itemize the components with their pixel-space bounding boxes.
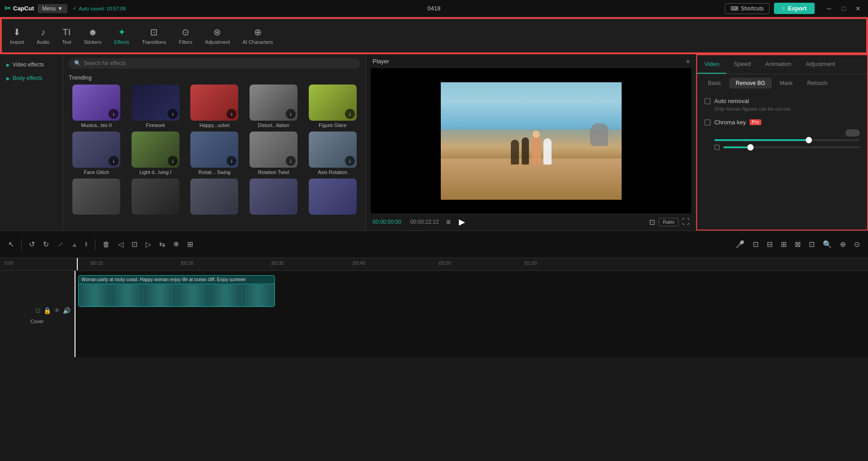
minimize-button[interactable]: ─ (824, 3, 835, 14)
tool-right-zoom_in[interactable]: ⊕ (837, 238, 849, 250)
right-sub-tab-remove_bg[interactable]: Remove BG (729, 78, 771, 89)
play-button[interactable]: ▶ (459, 217, 465, 227)
download-icon[interactable]: ↓ (345, 156, 355, 166)
tool-right-audio_link[interactable]: ⊞ (778, 238, 789, 250)
playhead[interactable] (77, 258, 78, 270)
right-sub-tab-mask[interactable]: Mask (774, 78, 799, 89)
chroma-key-checkbox[interactable] (704, 119, 711, 126)
download-icon[interactable]: ↓ (226, 156, 236, 166)
player-menu-icon[interactable]: ≡ (686, 58, 689, 65)
fullscreen-icon[interactable]: ⛶ (682, 218, 689, 226)
tool-redo[interactable]: ↻ (40, 238, 52, 250)
text-label: Text (62, 39, 71, 45)
track-lock-icon[interactable]: 🔒 (43, 307, 51, 314)
effect-item-axisrot[interactable]: ↓ Axis Rotation (305, 132, 360, 175)
tool-crop[interactable]: ⊡ (129, 238, 140, 250)
menu-button[interactable]: Menu ▼ (38, 4, 67, 13)
download-icon[interactable]: ↓ (168, 156, 178, 166)
tool-select[interactable]: ↖ (5, 238, 17, 250)
video-rotate-button[interactable]: ↻ (528, 199, 534, 200)
shortcuts-button[interactable]: ⌨ Shortcuts (725, 3, 770, 14)
toolbar-item-transitions[interactable]: ⊡Transitions (136, 23, 172, 48)
left-panel-item-video_effects[interactable]: ▶Video effects (0, 58, 63, 71)
right-tab-video[interactable]: Video (697, 55, 726, 74)
track-thumbnail-icon[interactable]: ⊡ (35, 307, 41, 314)
toolbar-item-audio[interactable]: ♪Audio (30, 24, 56, 48)
download-icon[interactable]: ↓ (286, 109, 296, 119)
effect-item-row3b[interactable] (128, 179, 184, 216)
toolbar-item-text[interactable]: TIText (56, 24, 77, 48)
right-tab-adjustment[interactable]: Adjustment (798, 55, 842, 74)
download-icon[interactable]: ↓ (108, 109, 118, 119)
download-icon[interactable]: ↓ (108, 156, 118, 166)
auto-removal-checkbox[interactable] (704, 98, 711, 104)
app-logo: ✂ CapCut (5, 4, 34, 13)
tool-mark_in[interactable]: ◁ (115, 238, 126, 250)
toolbar-item-filters[interactable]: ⊙Filters (172, 23, 198, 48)
effect-item-happy[interactable]: ↓ Happy...ucket (187, 85, 242, 128)
track-audio-icon[interactable]: 🔊 (63, 307, 71, 314)
tool-right-split_audio[interactable]: ⊠ (792, 238, 803, 250)
track-visibility-icon[interactable]: 👁 (54, 307, 60, 314)
effect-item-row3a[interactable] (69, 179, 124, 216)
effect-item-rotatiswing[interactable]: ↓ Rotati... Swing (187, 132, 242, 175)
search-input[interactable] (84, 60, 355, 66)
clip-thumb-5 (144, 285, 160, 306)
effect-item-row3e[interactable] (305, 179, 360, 216)
search-bar[interactable]: 🔍 (69, 58, 360, 69)
toolbar-item-effects[interactable]: ✦Effects (108, 23, 136, 48)
toolbar-item-ai_characters[interactable]: ⊕AI Characters (236, 23, 279, 48)
right-sub-tab-basic[interactable]: Basic (702, 78, 727, 89)
toolbar-item-adjustment[interactable]: ⊛Adjustment (198, 23, 236, 48)
tool-right-record[interactable]: ⊡ (806, 238, 817, 250)
slider-1-track[interactable] (714, 139, 860, 141)
right-tab-animation[interactable]: Animation (758, 55, 799, 74)
effect-item-faceglitch[interactable]: ↓ Face Glitch (69, 132, 124, 175)
tool-mirror[interactable]: ⇆ (156, 238, 168, 250)
tool-play_mark[interactable]: ▷ (143, 238, 154, 250)
effect-item-lightd[interactable]: ↓ Light d...lving I (128, 132, 184, 175)
close-button[interactable]: ✕ (853, 3, 863, 14)
tool-crop2[interactable]: ⊞ (184, 238, 196, 250)
download-icon[interactable]: ↓ (226, 109, 236, 119)
download-icon[interactable]: ↓ (345, 109, 355, 119)
restore-button[interactable]: □ (838, 3, 849, 14)
video-clip[interactable]: Woman party at rocky coast. Happy woman … (78, 275, 275, 307)
right-tab-speed[interactable]: Speed (726, 55, 758, 74)
export-button[interactable]: ↑ Export (774, 3, 815, 14)
tool-split[interactable]: ⟋ (54, 239, 67, 250)
tool-split3[interactable]: ⫳ (82, 239, 90, 250)
grid-view-icon[interactable]: ⊞ (446, 219, 451, 225)
ratio-button[interactable]: Ratio (659, 218, 679, 226)
tool-right-link[interactable]: ⊟ (764, 238, 775, 250)
slider-2-thumb[interactable] (747, 144, 754, 151)
menu-label: Menu (42, 5, 56, 12)
download-icon[interactable]: ↓ (168, 109, 178, 119)
tool-right-mic[interactable]: 🎤 (733, 238, 747, 250)
effect-item-row3c[interactable] (187, 179, 242, 216)
tool-right-zoom_out[interactable]: 🔍 (820, 238, 835, 250)
slider-2-fill (723, 146, 750, 148)
slider-1-thumb[interactable] (806, 137, 812, 143)
effect-item-row3d[interactable] (246, 179, 302, 216)
chroma-toggle[interactable] (845, 129, 860, 136)
left-panel-item-body_effects[interactable]: ▶Body effects (0, 71, 63, 85)
tool-right-magnet[interactable]: ⊡ (750, 238, 761, 250)
effect-item-distort[interactable]: ↓ Distort...llation (246, 85, 302, 128)
effect-item-rotatitwist[interactable]: ↓ Rotation Twist (246, 132, 302, 175)
download-icon[interactable]: ↓ (286, 156, 296, 166)
effect-item-musica[interactable]: ↓ Musica...tes II (69, 85, 124, 128)
effect-item-firework[interactable]: ↓ Firework (128, 85, 184, 128)
slider-2-checkbox[interactable] (714, 145, 720, 150)
toolbar-item-import[interactable]: ⬇Import (4, 23, 30, 48)
tool-freeze[interactable]: ❄ (170, 238, 182, 250)
toolbar-item-stickers[interactable]: ☻Stickers (78, 24, 108, 48)
effect-item-figure[interactable]: ↓ Figure Glare (305, 85, 360, 128)
slider-2-track[interactable] (723, 146, 860, 148)
tool-split2[interactable]: ⟁ (70, 239, 80, 250)
tool-right-fit[interactable]: ⊙ (851, 238, 863, 250)
tool-delete[interactable]: 🗑 (100, 239, 113, 250)
screenshot-icon[interactable]: ⊡ (649, 218, 655, 226)
right-sub-tab-retouch[interactable]: Retouch (801, 78, 834, 89)
tool-undo[interactable]: ↺ (26, 238, 38, 250)
